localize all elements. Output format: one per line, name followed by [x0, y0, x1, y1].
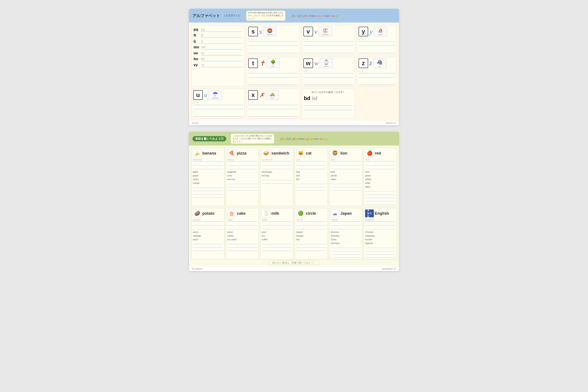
- letter-x-cell: x ✗ 🚕 taxi x x · ·: [247, 89, 300, 118]
- letter-s-cursive: s: [259, 28, 262, 36]
- word-cake-cell: 🎂 cake cake donutcookieice cream: [226, 208, 259, 259]
- words-row1: 🍌 banana banana applegrapemelonorange 🍕: [191, 148, 397, 206]
- letter-y-image: ⛵ yacht: [374, 27, 387, 36]
- word-english-cell: AB CD English English ChineseJapaneseKor…: [363, 208, 397, 259]
- word-lion-cell: 🦁 lion lion bearpandazebra: [329, 148, 362, 206]
- letter-s-cell: s s 🏟️ stadium s s · ·: [247, 25, 300, 55]
- letter-t-print: t: [248, 58, 258, 68]
- page1-title: アルファベット: [193, 13, 220, 18]
- page1-alphabet-strip: abcdef ghijklmn opqrstuv wxyz: [292, 14, 395, 18]
- cake-icon: 🎂: [227, 210, 236, 217]
- page1-instruction: 文字の形や書き始める位置に気をつけながら、ひとつ・ひとつの文字を練習しましょう！: [246, 10, 286, 21]
- circle-icon: 🟢: [296, 210, 305, 217]
- page2-header: 単語を書いてみよう① こんなにもたくさん単語が書けるようになるんだよ！どれだけ書…: [189, 132, 399, 146]
- pizza-icon: 🍕: [227, 149, 236, 157]
- words-row2: 🥔 potato potato carrotcabbageonion 🎂: [191, 208, 397, 259]
- letter-y-print: y: [358, 27, 368, 36]
- word-japan-cell: 🗻 Japan Japan AmericaAustraliaChinaGerma…: [329, 208, 362, 259]
- page2-title: 単語を書いてみよう①: [193, 136, 226, 142]
- word-milk-cell: 🥛 milk milk juiceteacoffee: [260, 208, 293, 259]
- lion-sub: bearpandazebra: [331, 170, 361, 181]
- letter-y-cursive: y: [369, 28, 372, 36]
- letter-w-image: ⌚ watch: [320, 58, 333, 68]
- circle-sub: squaretrianglestar: [296, 230, 326, 242]
- page2-instruction: こんなにもたくさん単語が書けるようになるんだよ！どれだけ書いてみて書けたか確認し…: [231, 134, 274, 144]
- sandwich-sub: hamburgerhot dog: [262, 170, 292, 178]
- japan-icon: 🗻: [331, 210, 339, 217]
- cat-icon: 🐱: [296, 149, 305, 157]
- word-potato: potato: [202, 211, 214, 216]
- word-cake: cake: [237, 211, 246, 216]
- letter-v-cursive: v: [314, 28, 317, 36]
- word-potato-cell: 🥔 potato potato carrotcabbageonion: [191, 208, 225, 259]
- page1-content: s s 🏟️ stadium s s · · v: [189, 22, 399, 121]
- milk-sub: juiceteacoffee: [262, 230, 292, 242]
- page2-content: 🍌 banana banana applegrapemelonorange 🍕: [189, 146, 399, 266]
- english-trace: English: [365, 218, 395, 222]
- letter-x-image: 🚕 taxi: [266, 90, 279, 100]
- letter-v-image: 🏖️ vacation: [319, 27, 332, 36]
- word-sandwich: sandwich: [271, 151, 289, 156]
- word-banana-cell: 🍌 banana banana applegrapemelonorange: [191, 148, 225, 206]
- letter-u-cursive: u: [204, 92, 207, 98]
- word-red-cell: 🍎 red red bluegreenyellowwhiteblack: [363, 148, 397, 206]
- review-mn: mn mn: [194, 45, 243, 50]
- sandwich-icon: 🥪: [262, 149, 270, 157]
- word-cat: cat: [306, 151, 311, 156]
- lion-icon: 🦁: [331, 149, 339, 157]
- review-ij: ij ij: [194, 39, 243, 44]
- letter-u-lines: u u · ·: [193, 101, 243, 117]
- banana-icon: 🍌: [193, 149, 202, 157]
- page2-words: 単語を書いてみよう① こんなにもたくさん単語が書けるようになるんだよ！どれだけ書…: [189, 132, 399, 271]
- letter-t-image: 🌳 tree: [267, 58, 280, 68]
- page2-alphabet-strip: abcdef ghijklmn opqrstuv wxyz: [281, 137, 395, 141]
- review-ft: ft ft: [194, 33, 243, 38]
- word-english: English: [375, 211, 389, 216]
- banana-sub: applegrapemelonorange: [193, 170, 223, 185]
- english-sub: ChineseJapaneseKoreanSpanish: [365, 230, 395, 245]
- word-red: red: [375, 151, 381, 156]
- word-banana: banana: [202, 151, 216, 156]
- similar-bd: bd bd: [304, 95, 353, 101]
- word-circle: circle: [306, 211, 316, 216]
- page1-alphabet: アルファベット （小文字 s～z） 文字の形や書き始める位置に気をつけながら、ひ…: [189, 9, 399, 125]
- letter-z-print: z: [358, 58, 368, 68]
- japan-sub: AmericaAustraliaChinaGermany: [331, 230, 361, 245]
- similar-title: 似ている文字の練習（小文字）: [304, 90, 353, 94]
- red-sub: bluegreenyellowwhiteblack: [365, 170, 395, 189]
- word-cat-cell: 🐱 cat cat dogbirdfish: [295, 148, 328, 206]
- letter-w-cell: w w ⌚ watch w w · ·: [302, 57, 355, 86]
- word-milk: milk: [271, 211, 279, 216]
- letter-t-cursive: ✝: [259, 59, 265, 68]
- potato-icon: 🥔: [193, 210, 202, 217]
- letter-x-lines: x x · ·: [248, 101, 298, 117]
- letter-y-lines: y y · ·: [358, 37, 395, 53]
- letter-z-lines: z z · ·: [358, 69, 395, 85]
- letter-s-image: 🏟️ stadium: [263, 27, 276, 36]
- review-vy: vy vy: [194, 62, 243, 67]
- letter-t-cell: t ✝ 🌳 tree t t · ·: [247, 57, 300, 86]
- letter-w-cursive: w: [314, 60, 318, 67]
- letter-v-cell: v v 🏖️ vacation v v · ·: [302, 25, 355, 55]
- cake-sub: donutcookieice cream: [227, 230, 258, 242]
- word-pizza: pizza: [237, 151, 247, 156]
- letter-w-print: w: [303, 58, 313, 68]
- cat-sub: dogbirdfish: [296, 170, 326, 181]
- review-top: pq pq ft ft ij ij mn mn: [192, 25, 245, 86]
- letter-s-lines: s s · ·: [248, 37, 298, 53]
- circle-trace: circle: [296, 218, 326, 222]
- letter-x-cursive: ✗: [259, 92, 264, 99]
- cat-trace: cat: [296, 158, 326, 162]
- word-sandwich-cell: 🥪 sandwich sandwich hamburgerhot dog: [260, 148, 293, 206]
- banana-line2: [193, 166, 223, 169]
- red-icon: 🍎: [365, 149, 374, 157]
- letter-t-lines: t t · ·: [248, 69, 298, 85]
- letter-s-print: s: [248, 27, 258, 36]
- sandwich-trace: sandwich: [262, 158, 292, 162]
- letter-x-print: x: [248, 90, 258, 100]
- potato-trace: potato: [193, 218, 223, 222]
- page1-header: アルファベット （小文字 s～z） 文字の形や書き始める位置に気をつけながら、ひ…: [189, 9, 399, 22]
- bottom-note: 知らない単語は、辞書で調べてみよう！: [191, 261, 397, 264]
- letter-z-cursive: ż: [369, 60, 372, 67]
- english-icon: AB CD: [365, 210, 374, 217]
